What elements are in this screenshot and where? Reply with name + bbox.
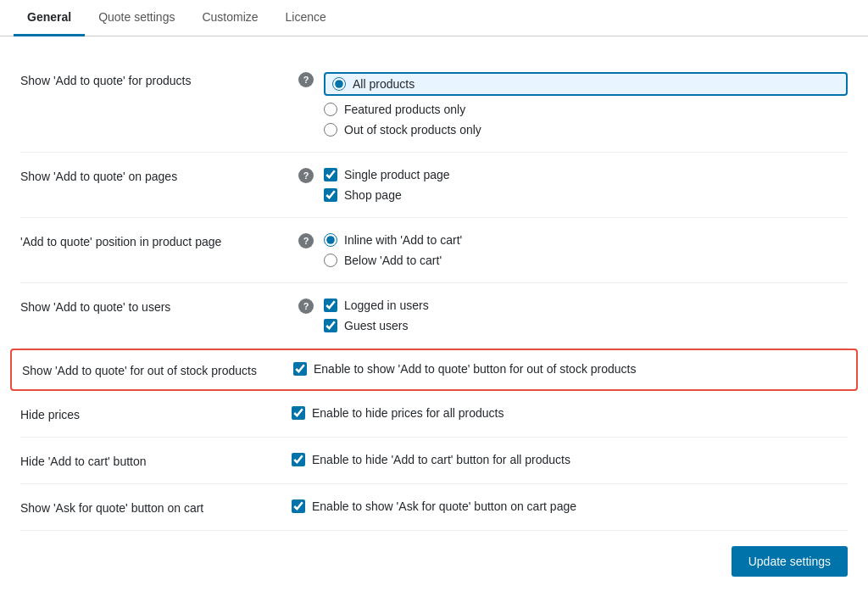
radio-out-of-stock-products-label: Out of stock products only [344,123,481,137]
tab-customize[interactable]: Customize [188,0,271,36]
checkbox-hide-prices-input[interactable] [292,406,305,420]
setting-row-users: Show 'Add to quote' to users ? Logged in… [20,283,848,349]
tab-quote-settings[interactable]: Quote settings [85,0,188,36]
radio-all-products-input[interactable] [332,77,346,91]
radio-inline-cart-input[interactable] [324,233,337,247]
update-settings-button[interactable]: Update settings [732,546,848,577]
setting-row-ask-for-quote: Show 'Ask for quote' button on cart Enab… [20,484,848,531]
checkbox-out-of-stock[interactable]: Enable to show 'Add to quote' button for… [293,362,846,376]
setting-row-position: 'Add to quote' position in product page … [20,218,848,283]
checkbox-single-product-page-label: Single product page [344,168,450,181]
setting-row-hide-prices: Hide prices Enable to hide prices for al… [20,391,848,438]
setting-label-pages: Show 'Add to quote' on pages [20,168,292,183]
checkbox-single-product-page[interactable]: Single product page [324,168,848,181]
tabs-nav: General Quote settings Customize Licence [0,0,868,36]
checkbox-shop-page-label: Shop page [344,188,402,202]
checkbox-hide-cart-label: Enable to hide 'Add to cart' button for … [312,453,570,466]
radio-inline-cart-label: Inline with 'Add to cart' [344,233,462,247]
setting-controls-products: All products Featured products only Out … [324,72,848,137]
checkbox-logged-in-users-input[interactable] [324,298,337,312]
checkbox-ask-for-quote[interactable]: Enable to show 'Ask for quote' button on… [292,499,848,513]
checkbox-hide-prices[interactable]: Enable to hide prices for all products [292,406,848,420]
radio-featured-products[interactable]: Featured products only [324,103,848,116]
help-icon-position[interactable]: ? [298,233,314,248]
radio-featured-products-label: Featured products only [344,103,465,116]
radio-below-cart-label: Below 'Add to cart' [344,254,442,267]
checkbox-out-of-stock-label: Enable to show 'Add to quote' button for… [314,362,636,376]
page-wrapper: General Quote settings Customize Licence… [0,0,868,597]
setting-label-products: Show 'Add to quote' for products [20,72,292,87]
tab-general[interactable]: General [14,0,85,36]
help-icon-pages[interactable]: ? [298,168,314,183]
checkbox-hide-cart-input[interactable] [292,453,305,466]
checkbox-logged-in-users[interactable]: Logged in users [324,298,848,312]
setting-controls-position: Inline with 'Add to cart' Below 'Add to … [324,233,848,267]
setting-controls-users: Logged in users Guest users [324,298,848,332]
setting-controls-ask-for-quote: Enable to show 'Ask for quote' button on… [292,499,848,513]
setting-label-hide-cart: Hide 'Add to cart' button [20,453,292,468]
setting-row-products: Show 'Add to quote' for products ? All p… [20,57,848,153]
setting-row-pages: Show 'Add to quote' on pages ? Single pr… [20,153,848,218]
help-icon-users[interactable]: ? [298,298,314,314]
radio-out-of-stock-products[interactable]: Out of stock products only [324,123,848,137]
checkbox-guest-users-input[interactable] [324,319,337,332]
setting-controls-pages: Single product page Shop page [324,168,848,202]
radio-inline-cart[interactable]: Inline with 'Add to cart' [324,233,848,247]
radio-out-of-stock-products-input[interactable] [324,123,337,137]
checkbox-ask-for-quote-label: Enable to show 'Ask for quote' button on… [312,499,576,513]
checkbox-shop-page-input[interactable] [324,188,337,202]
setting-controls-out-of-stock: Enable to show 'Add to quote' button for… [293,362,846,376]
help-icon-products[interactable]: ? [298,72,314,87]
setting-row-hide-cart: Hide 'Add to cart' button Enable to hide… [20,438,848,484]
checkbox-guest-users[interactable]: Guest users [324,319,848,332]
checkbox-hide-prices-label: Enable to hide prices for all products [312,406,504,420]
checkbox-out-of-stock-input[interactable] [293,362,307,376]
checkbox-logged-in-users-label: Logged in users [344,298,429,312]
checkbox-guest-users-label: Guest users [344,319,408,332]
setting-controls-hide-cart: Enable to hide 'Add to cart' button for … [292,453,848,466]
setting-label-users: Show 'Add to quote' to users [20,298,292,314]
checkbox-shop-page[interactable]: Shop page [324,188,848,202]
setting-label-position: 'Add to quote' position in product page [20,233,292,248]
tab-licence[interactable]: Licence [272,0,340,36]
checkbox-single-product-page-input[interactable] [324,168,337,181]
checkbox-ask-for-quote-input[interactable] [292,499,305,513]
radio-featured-products-input[interactable] [324,103,337,116]
checkbox-hide-cart[interactable]: Enable to hide 'Add to cart' button for … [292,453,848,466]
setting-controls-hide-prices: Enable to hide prices for all products [292,406,848,420]
setting-label-ask-for-quote: Show 'Ask for quote' button on cart [20,499,292,515]
radio-all-products[interactable]: All products [324,72,848,96]
settings-content: Show 'Add to quote' for products ? All p… [0,36,868,551]
setting-label-hide-prices: Hide prices [20,406,292,421]
setting-row-out-of-stock: Show 'Add to quote' for out of stock pro… [10,349,858,391]
radio-below-cart-input[interactable] [324,254,337,267]
setting-label-out-of-stock: Show 'Add to quote' for out of stock pro… [22,362,293,377]
radio-all-products-label: All products [353,77,415,91]
radio-below-cart[interactable]: Below 'Add to cart' [324,254,848,267]
